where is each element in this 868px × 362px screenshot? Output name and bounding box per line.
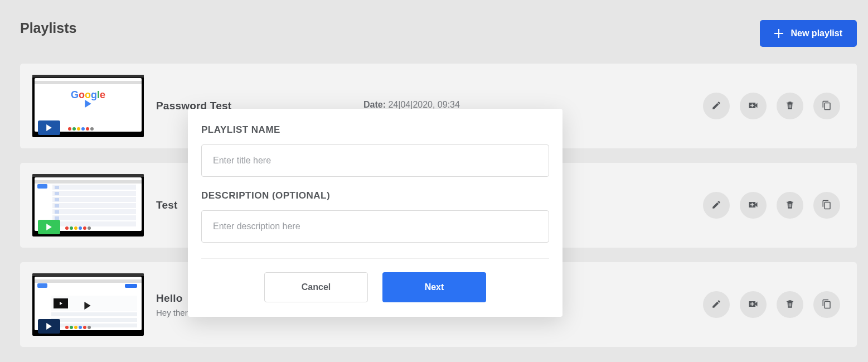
delete-button[interactable] bbox=[777, 192, 803, 219]
add-video-button[interactable] bbox=[740, 192, 767, 219]
page-title: Playlists bbox=[20, 20, 76, 36]
playlist-description-input[interactable] bbox=[201, 210, 549, 243]
pencil-icon bbox=[711, 100, 721, 112]
add-video-button[interactable] bbox=[740, 93, 767, 119]
copy-icon bbox=[822, 100, 832, 112]
delete-button[interactable] bbox=[777, 93, 803, 119]
playlist-thumbnail[interactable]: Google bbox=[32, 75, 144, 137]
playlist-name-label: PLAYLIST NAME bbox=[201, 124, 549, 136]
playlist-description-label: DESCRIPTION (OPTIONAL) bbox=[201, 190, 549, 201]
trash-icon bbox=[785, 299, 795, 311]
video-plus-icon bbox=[748, 199, 759, 212]
copy-button[interactable] bbox=[813, 93, 840, 119]
new-playlist-label: New playlist bbox=[791, 28, 842, 38]
trash-icon bbox=[785, 200, 795, 211]
edit-button[interactable] bbox=[703, 291, 730, 318]
playlist-thumbnail[interactable] bbox=[32, 174, 144, 236]
copy-icon bbox=[822, 299, 832, 311]
new-playlist-modal: PLAYLIST NAME DESCRIPTION (OPTIONAL) Can… bbox=[188, 109, 562, 317]
edit-button[interactable] bbox=[703, 192, 730, 219]
next-button[interactable]: Next bbox=[382, 272, 486, 302]
add-video-button[interactable] bbox=[740, 291, 767, 318]
cancel-button[interactable]: Cancel bbox=[264, 272, 368, 302]
video-plus-icon bbox=[748, 100, 759, 113]
play-icon bbox=[38, 319, 60, 334]
copy-icon bbox=[822, 200, 832, 211]
copy-button[interactable] bbox=[813, 291, 840, 318]
play-icon bbox=[38, 220, 60, 234]
trash-icon bbox=[785, 100, 795, 112]
pencil-icon bbox=[711, 299, 721, 311]
new-playlist-button[interactable]: New playlist bbox=[760, 20, 857, 47]
play-icon bbox=[38, 120, 60, 135]
playlist-thumbnail[interactable] bbox=[32, 273, 144, 336]
edit-button[interactable] bbox=[703, 93, 730, 119]
playlist-name-input[interactable] bbox=[201, 144, 549, 177]
delete-button[interactable] bbox=[777, 291, 803, 318]
pencil-icon bbox=[711, 200, 721, 211]
video-plus-icon bbox=[748, 298, 759, 311]
copy-button[interactable] bbox=[813, 192, 840, 219]
plus-icon bbox=[774, 29, 783, 38]
divider bbox=[201, 258, 549, 259]
